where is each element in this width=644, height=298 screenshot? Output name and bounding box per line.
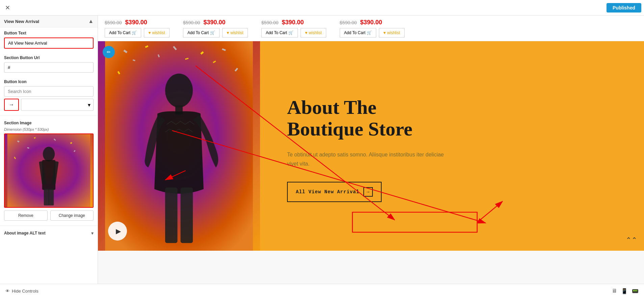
bottom-bar: 👁 Hide Controls 🖥 📱 📟 xyxy=(0,284,644,298)
svg-point-8 xyxy=(43,147,55,161)
tablet-icon[interactable]: 📱 xyxy=(621,288,628,294)
wishlist-btn-1[interactable]: ♥ wishlist xyxy=(144,28,170,38)
thumbnail-svg xyxy=(5,134,93,207)
product-item-1: $590.00 $390.00 Add To Cart 🛒 ♥ wishlist xyxy=(105,19,170,38)
about-title-line1: About The xyxy=(287,96,377,118)
divider-2 xyxy=(0,225,98,226)
remove-button[interactable]: Remove xyxy=(4,210,48,221)
price-row-4: $590.00 $390.00 xyxy=(340,19,382,26)
left-panel: View New Arrival ▲ Button Text Section B… xyxy=(0,16,98,284)
icon-row: → ▾ xyxy=(4,99,94,111)
price-row-2: $590.00 $390.00 xyxy=(183,19,226,26)
about-image-col: ▶ xyxy=(98,41,260,251)
svg-rect-13 xyxy=(49,189,54,205)
old-price-4: $590.00 xyxy=(340,20,357,25)
cart-icon-2: 🛒 xyxy=(210,30,215,35)
view-arrival-button[interactable]: All View New Arrival → xyxy=(287,182,382,202)
section-title-area: View New Arrival ▲ xyxy=(0,16,98,27)
wishlist-label-4: wishlist xyxy=(387,30,400,35)
top-bar: ✕ Published xyxy=(0,0,644,16)
chevron-down-icon: ▾ xyxy=(88,102,91,108)
cart-label-3: Add To Cart xyxy=(266,30,287,35)
cart-icon-3: 🛒 xyxy=(288,30,293,35)
heart-icon-2: ♥ xyxy=(227,30,229,35)
alt-text-toggle[interactable]: ▾ xyxy=(91,230,94,236)
product-item-2: $590.00 $390.00 Add To Cart 🛒 ♥ wishlist xyxy=(183,19,248,38)
wishlist-label-3: wishlist xyxy=(309,30,322,35)
close-button[interactable]: ✕ xyxy=(3,3,12,13)
product-buttons-2: Add To Cart 🛒 ♥ wishlist xyxy=(183,28,248,38)
view-arrival-arrow-icon: → xyxy=(363,187,373,197)
about-title-line2: Boutique Store xyxy=(287,118,412,140)
wishlist-label-1: wishlist xyxy=(152,30,165,35)
play-icon: ▶ xyxy=(116,227,121,235)
edit-button[interactable]: ✏ xyxy=(103,46,115,58)
new-price-2: $390.00 xyxy=(204,19,226,26)
wishlist-btn-2[interactable]: ♥ wishlist xyxy=(222,28,248,38)
device-icons: 🖥 📱 📟 xyxy=(612,288,639,294)
button-url-input[interactable] xyxy=(4,62,94,73)
button-text-input[interactable] xyxy=(4,38,94,49)
cart-icon-4: 🛒 xyxy=(367,30,372,35)
about-section: ✏ xyxy=(98,41,644,251)
play-button[interactable]: ▶ xyxy=(108,222,127,241)
add-to-cart-2[interactable]: Add To Cart 🛒 xyxy=(183,28,220,38)
close-icon: ✕ xyxy=(5,4,10,11)
add-to-cart-3[interactable]: Add To Cart 🛒 xyxy=(261,28,298,38)
about-text-col: About The Boutique Store Te obtinuit ut … xyxy=(260,41,644,251)
search-icon-input[interactable] xyxy=(4,86,94,97)
icon-box[interactable]: → xyxy=(4,99,19,111)
add-to-cart-4[interactable]: Add To Cart 🛒 xyxy=(340,28,376,38)
hide-controls-label: Hide Controls xyxy=(12,289,38,294)
image-thumbnail xyxy=(4,133,94,208)
button-text-label: Button Text xyxy=(4,31,94,35)
divider-1 xyxy=(0,116,98,116)
svg-rect-28 xyxy=(165,188,177,243)
product-buttons-4: Add To Cart 🛒 ♥ wishlist xyxy=(340,28,405,38)
eye-icon: 👁 xyxy=(5,289,10,294)
view-arrival-label: All View New Arrival xyxy=(296,189,359,195)
change-image-button[interactable]: Change image xyxy=(50,210,94,221)
price-strip: $590.00 $390.00 Add To Cart 🛒 ♥ wishlist xyxy=(98,16,644,41)
svg-rect-29 xyxy=(181,188,193,243)
mobile-icon[interactable]: 📟 xyxy=(632,288,639,294)
button-icon-label: Button Icon xyxy=(4,79,94,84)
wishlist-label-2: wishlist xyxy=(230,30,243,35)
button-text-section: Button Text xyxy=(0,27,98,52)
product-item-4: $590.00 $390.00 Add To Cart 🛒 ♥ wishlist xyxy=(340,19,405,38)
cart-icon-1: 🛒 xyxy=(132,30,137,35)
new-price-1: $390.00 xyxy=(125,19,147,26)
wishlist-btn-4[interactable]: ♥ wishlist xyxy=(379,28,405,38)
price-row-3: $590.00 $390.00 xyxy=(261,19,304,26)
price-row-1: $590.00 $390.00 xyxy=(105,19,147,26)
product-buttons-1: Add To Cart 🛒 ♥ wishlist xyxy=(105,28,170,38)
old-price-3: $590.00 xyxy=(261,20,279,25)
main-row: View New Arrival ▲ Button Text Section B… xyxy=(0,16,644,284)
icon-dropdown[interactable]: ▾ xyxy=(21,99,94,111)
button-url-section: Section Button Url xyxy=(0,52,98,76)
wishlist-btn-3[interactable]: ♥ wishlist xyxy=(301,28,326,38)
product-item-3: $590.00 $390.00 Add To Cart 🛒 ♥ wishlist xyxy=(261,19,326,38)
product-buttons-3: Add To Cart 🛒 ♥ wishlist xyxy=(261,28,326,38)
old-price-2: $590.00 xyxy=(183,20,200,25)
heart-icon-3: ♥ xyxy=(305,30,307,35)
add-to-cart-1[interactable]: Add To Cart 🛒 xyxy=(105,28,141,38)
about-image-svg xyxy=(98,41,260,251)
panel-collapse-icon[interactable]: ▲ xyxy=(88,18,94,24)
desktop-icon[interactable]: 🖥 xyxy=(612,288,617,294)
published-button[interactable]: Published xyxy=(607,3,641,13)
hide-controls[interactable]: 👁 Hide Controls xyxy=(5,289,38,294)
pencil-icon: ✏ xyxy=(107,49,111,55)
heart-icon-1: ♥ xyxy=(148,30,151,35)
new-price-4: $390.00 xyxy=(360,19,382,26)
about-description: Te obtinuit ut adepto satis somno. Aliis… xyxy=(287,150,456,168)
dimension-label: Dimension (530px * 530px) xyxy=(4,127,94,131)
panel-section-title: View New Arrival xyxy=(4,19,39,24)
section-image-area: Section Image Dimension (530px * 530px) xyxy=(0,117,98,224)
arrow-right-icon: → xyxy=(9,102,14,108)
heart-icon-4: ♥ xyxy=(383,30,386,35)
button-icon-section: Button Icon → ▾ xyxy=(0,76,98,114)
scroll-up-button[interactable]: ⌃⌃ xyxy=(626,236,637,244)
button-url-label: Section Button Url xyxy=(4,55,94,60)
svg-rect-12 xyxy=(44,189,49,205)
